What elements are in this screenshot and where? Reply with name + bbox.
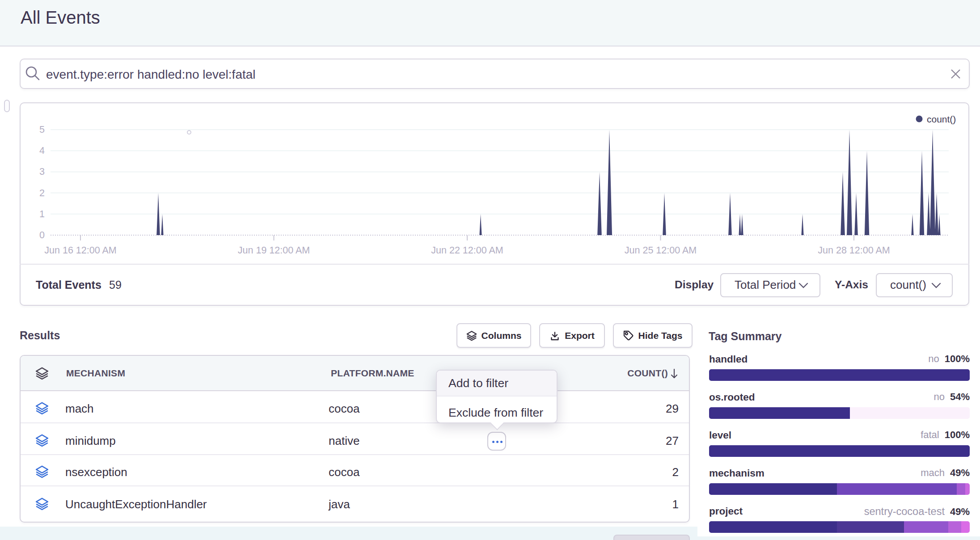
svg-text:count(): count(): [927, 114, 956, 124]
svg-text:Jun 25 12:00 AM: Jun 25 12:00 AM: [625, 245, 697, 256]
svg-text:5: 5: [39, 124, 45, 135]
svg-text:3: 3: [39, 166, 45, 177]
svg-text:Jun 28 12:00 AM: Jun 28 12:00 AM: [818, 245, 890, 256]
svg-text:Jun 16 12:00 AM: Jun 16 12:00 AM: [44, 245, 116, 256]
svg-text:Jun 22 12:00 AM: Jun 22 12:00 AM: [431, 245, 503, 256]
svg-text:4: 4: [39, 145, 45, 156]
svg-text:0: 0: [39, 230, 45, 240]
svg-text:1: 1: [39, 209, 45, 219]
svg-text:2: 2: [39, 188, 45, 198]
svg-text:Jun 19 12:00 AM: Jun 19 12:00 AM: [238, 245, 310, 256]
